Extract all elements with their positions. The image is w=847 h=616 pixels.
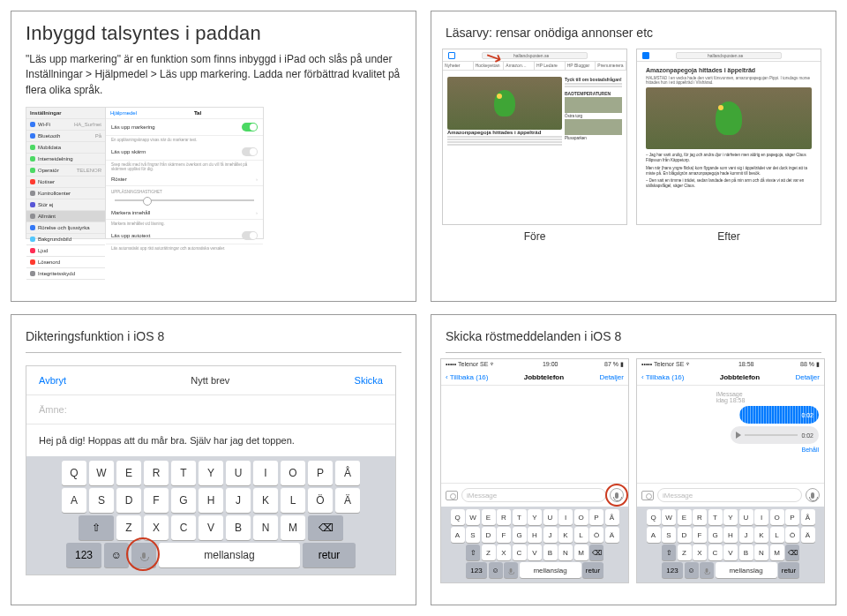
key-d[interactable]: D bbox=[678, 527, 692, 543]
key-f[interactable]: F bbox=[693, 527, 707, 543]
key-o[interactable]: O bbox=[574, 509, 588, 525]
key-l[interactable]: L bbox=[770, 527, 784, 543]
space-key[interactable]: mellanslag bbox=[159, 543, 300, 567]
key-y[interactable]: Y bbox=[723, 509, 738, 525]
sidebar-allmant[interactable]: Allmänt bbox=[26, 211, 105, 222]
row-speak-selection[interactable]: Läs upp markering bbox=[106, 119, 263, 136]
chat-area[interactable]: iMessageidag 18:58 0:02 0:02 Behåll bbox=[637, 386, 824, 483]
key-å[interactable]: Å bbox=[801, 509, 815, 525]
key-k[interactable]: K bbox=[754, 527, 768, 543]
voice-message-player[interactable]: 0:02 bbox=[731, 426, 819, 444]
key-i[interactable]: I bbox=[558, 509, 573, 525]
key-a[interactable]: A bbox=[62, 488, 86, 513]
backspace-key[interactable]: ⌫ bbox=[589, 545, 603, 560]
reader-button-active[interactable] bbox=[642, 52, 649, 59]
sidebar-bakgrund[interactable]: Bakgrundsbild bbox=[26, 234, 105, 245]
key-g[interactable]: G bbox=[171, 488, 196, 513]
key-s[interactable]: S bbox=[466, 527, 480, 543]
key-k[interactable]: K bbox=[253, 488, 278, 513]
speed-slider[interactable] bbox=[115, 199, 254, 201]
key-c[interactable]: C bbox=[513, 545, 527, 560]
key-ö[interactable]: Ö bbox=[785, 527, 799, 543]
sidebar-integritet[interactable]: Integritetsskydd bbox=[26, 268, 105, 280]
camera-button[interactable] bbox=[641, 491, 654, 500]
key-ö[interactable]: Ö bbox=[308, 488, 333, 513]
key-t[interactable]: T bbox=[708, 509, 723, 525]
key-i[interactable]: I bbox=[253, 461, 278, 485]
key-q[interactable]: Q bbox=[647, 509, 661, 525]
row-voices[interactable]: Röster› bbox=[106, 173, 263, 186]
shift-key[interactable]: ⇧ bbox=[79, 515, 114, 540]
sidebar-mobildata[interactable]: Mobildata bbox=[26, 142, 105, 154]
space-key[interactable]: mellanslag bbox=[716, 562, 777, 578]
headline[interactable]: Amazonpapegoja hittades i äppelträd bbox=[447, 130, 562, 135]
cancel-button[interactable]: Avbryt bbox=[39, 375, 66, 386]
key-s[interactable]: S bbox=[662, 527, 676, 543]
key-x[interactable]: X bbox=[144, 515, 169, 540]
key-t[interactable]: T bbox=[171, 461, 196, 485]
key-ä[interactable]: Ä bbox=[801, 527, 815, 543]
numbers-key[interactable]: 123 bbox=[466, 562, 487, 578]
sidebar-kontroll[interactable]: Kontrollcenter bbox=[26, 188, 105, 199]
key-b[interactable]: B bbox=[226, 515, 251, 540]
mic-button[interactable] bbox=[806, 488, 820, 502]
back-button[interactable]: ‹ Tillbaka (16) bbox=[641, 373, 684, 381]
sidebar-hotspot[interactable]: Internetdelning bbox=[26, 154, 105, 165]
key-p[interactable]: P bbox=[785, 509, 799, 525]
key-ä[interactable]: Ä bbox=[335, 488, 360, 513]
key-z[interactable]: Z bbox=[116, 515, 141, 540]
keep-button[interactable]: Behåll bbox=[802, 447, 819, 453]
sidebar-operator[interactable]: OperatörTELENOR bbox=[26, 165, 105, 177]
key-m[interactable]: M bbox=[770, 545, 784, 560]
key-i[interactable]: I bbox=[754, 509, 768, 525]
space-key[interactable]: mellanslag bbox=[520, 562, 581, 578]
key-w[interactable]: W bbox=[662, 509, 676, 525]
subject-field[interactable]: Ämne: bbox=[26, 395, 395, 424]
key-h[interactable]: H bbox=[528, 527, 542, 543]
sidebar-rorelse[interactable]: Rörelse och ljusstyrka bbox=[26, 222, 105, 234]
row-speak-screen[interactable]: Läs upp skärm bbox=[106, 144, 263, 161]
row-highlight[interactable]: Markera innehåll› bbox=[106, 207, 263, 220]
row-autotext[interactable]: Läs upp autotext bbox=[106, 228, 263, 244]
return-key[interactable]: retur bbox=[582, 562, 603, 578]
key-y[interactable]: Y bbox=[528, 509, 542, 525]
sidebar-headline[interactable]: BADTEMPERATUREN bbox=[565, 91, 622, 96]
tab[interactable]: HP Bloggar bbox=[566, 62, 596, 70]
key-l[interactable]: L bbox=[574, 527, 588, 543]
key-p[interactable]: P bbox=[589, 509, 603, 525]
chat-area[interactable] bbox=[441, 386, 628, 483]
back-button[interactable]: ‹ Tillbaka (16) bbox=[446, 373, 488, 381]
key-f[interactable]: F bbox=[497, 527, 511, 543]
voice-message-sent[interactable]: 0:02 bbox=[739, 406, 819, 424]
key-x[interactable]: X bbox=[693, 545, 707, 560]
ad-thumb[interactable] bbox=[565, 97, 622, 113]
sidebar-losen[interactable]: Lösenord bbox=[26, 257, 105, 268]
key-m[interactable]: M bbox=[574, 545, 588, 560]
key-q[interactable]: Q bbox=[451, 509, 465, 525]
key-n[interactable]: N bbox=[754, 545, 768, 560]
key-z[interactable]: Z bbox=[482, 545, 496, 560]
key-e[interactable]: E bbox=[116, 461, 141, 485]
key-o[interactable]: O bbox=[281, 461, 305, 485]
shift-key[interactable]: ⇧ bbox=[662, 545, 676, 560]
toggle-off[interactable] bbox=[242, 231, 258, 240]
key-å[interactable]: Å bbox=[605, 509, 619, 525]
back-button[interactable]: Hjälpmedel bbox=[110, 110, 137, 116]
key-v[interactable]: V bbox=[528, 545, 542, 560]
key-d[interactable]: D bbox=[482, 527, 496, 543]
key-p[interactable]: P bbox=[308, 461, 333, 485]
message-field[interactable]: iMessage bbox=[657, 488, 802, 502]
sidebar-bluetooth[interactable]: BluetoothPå bbox=[26, 131, 105, 142]
key-s[interactable]: S bbox=[89, 488, 114, 513]
play-icon[interactable] bbox=[736, 432, 741, 439]
details-button[interactable]: Detaljer bbox=[599, 373, 624, 381]
url-field[interactable]: hallandsposten.se bbox=[676, 52, 782, 59]
key-o[interactable]: O bbox=[770, 509, 784, 525]
message-field[interactable]: iMessage bbox=[461, 488, 606, 502]
key-j[interactable]: J bbox=[543, 527, 558, 543]
key-c[interactable]: C bbox=[171, 515, 196, 540]
key-k[interactable]: K bbox=[558, 527, 573, 543]
key-m[interactable]: M bbox=[281, 515, 305, 540]
sidebar-headline[interactable]: Tyck till om bostadsfrågan! bbox=[565, 77, 622, 82]
key-y[interactable]: Y bbox=[199, 461, 223, 485]
